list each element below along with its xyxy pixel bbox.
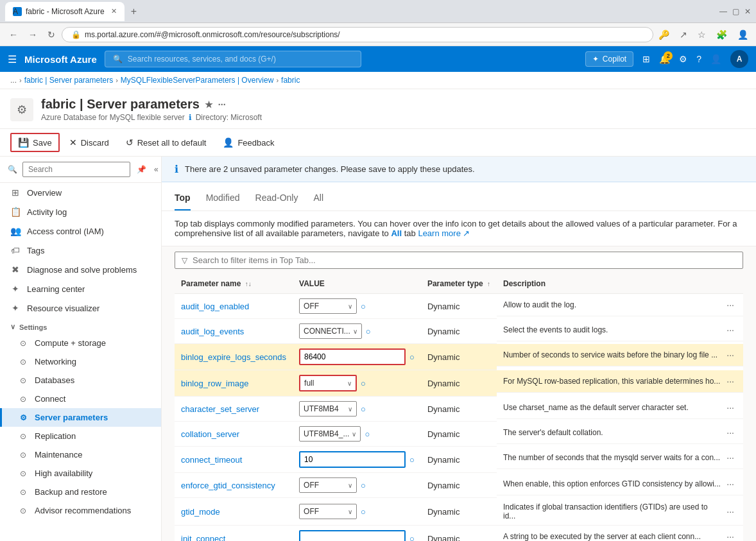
refresh-button[interactable]: ↻ [44, 27, 59, 42]
param-info-icon[interactable]: ○ [409, 352, 415, 362]
all-tab-link[interactable]: All [391, 228, 402, 238]
favorites-icon[interactable]: ☆ [695, 27, 709, 42]
back-button[interactable]: ← [5, 27, 22, 42]
sidebar-item-compute-storage[interactable]: ⊙ Compute + storage [0, 334, 161, 352]
param-dropdown[interactable]: OFF∨ [299, 477, 357, 493]
sidebar-item-advisor[interactable]: ⊙ Advisor recommendations [0, 501, 161, 520]
save-button[interactable]: 💾 Save [10, 133, 60, 152]
forward-button[interactable]: → [24, 27, 41, 42]
notifications-icon[interactable]: 🔔 2 [659, 54, 670, 64]
sidebar-item-overview[interactable]: ⊞ Overview [0, 183, 161, 202]
address-bar[interactable]: 🔒 ms.portal.azure.com/#@microsoft.onmicr… [62, 27, 653, 42]
param-dropdown[interactable]: UTF8MB4_...∨ [299, 426, 361, 442]
param-name-link[interactable]: audit_log_events [181, 327, 244, 336]
param-dropdown[interactable]: full∨ [299, 375, 357, 391]
window-close-button[interactable]: ✕ [744, 7, 751, 16]
favorite-star-icon[interactable]: ★ [205, 99, 213, 110]
discard-button[interactable]: ✕ Discard [62, 133, 116, 151]
feedback-icon[interactable]: 👤 [710, 54, 721, 64]
settings-icon[interactable]: ⚙ [679, 54, 687, 64]
azure-search-input[interactable] [128, 55, 353, 64]
extensions-icon[interactable]: 🧩 [714, 27, 730, 42]
param-info-icon[interactable]: ○ [361, 404, 366, 414]
sidebar-item-maintenance[interactable]: ⊙ Maintenance [0, 445, 161, 464]
info-icon[interactable]: ℹ [189, 113, 192, 122]
sidebar-item-learning-center[interactable]: ✦ Learning center [0, 279, 161, 298]
param-ellipsis-button[interactable]: ··· [724, 375, 737, 388]
param-ellipsis-button[interactable]: ··· [724, 348, 737, 361]
param-name-link[interactable]: gtid_mode [181, 507, 220, 517]
window-maximize-button[interactable]: ▢ [732, 7, 739, 16]
param-ellipsis-button[interactable]: ··· [724, 451, 737, 464]
sidebar-item-networking[interactable]: ⊙ Networking [0, 352, 161, 371]
copilot-button[interactable]: ✦ Copilot [585, 51, 633, 67]
breadcrumb-item-1[interactable]: fabric | Server parameters [24, 76, 114, 85]
azure-search-bar[interactable]: 🔍 [105, 51, 361, 67]
param-info-icon[interactable]: ○ [361, 302, 366, 311]
param-name-link[interactable]: binlog_expire_logs_seconds [181, 352, 286, 362]
reset-button[interactable]: ↺ Reset all to default [119, 133, 214, 151]
filter-input-wrapper[interactable]: ▽ [175, 252, 743, 269]
user-avatar[interactable]: A [730, 50, 748, 68]
param-ellipsis-button[interactable]: ··· [724, 298, 737, 311]
param-info-icon[interactable]: ○ [361, 379, 366, 388]
hamburger-menu-icon[interactable]: ☰ [8, 53, 17, 65]
help-icon[interactable]: ? [696, 54, 701, 64]
param-dropdown[interactable]: UTF8MB4∨ [299, 401, 357, 416]
breadcrumb-item-2[interactable]: MySQLFlexibleServerParameters | Overview [121, 76, 274, 85]
sidebar-item-replication[interactable]: ⊙ Replication [0, 427, 161, 445]
param-info-icon[interactable]: ○ [365, 429, 370, 439]
sidebar-item-diagnose[interactable]: ✖ Diagnose and solve problems [0, 260, 161, 279]
sidebar-item-access-control[interactable]: 👥 Access control (IAM) [0, 221, 161, 241]
sidebar-item-backup-restore[interactable]: ⊙ Backup and restore [0, 483, 161, 501]
portal-menu-icon[interactable]: ⊞ [642, 54, 650, 64]
breadcrumb-item-3[interactable]: fabric [281, 76, 300, 85]
param-input[interactable] [299, 451, 406, 468]
param-ellipsis-button[interactable]: ··· [724, 323, 737, 336]
settings-section-header[interactable]: ∨ Settings [0, 318, 161, 334]
param-name-link[interactable]: audit_log_enabled [181, 302, 249, 311]
param-dropdown[interactable]: CONNECTI...∨ [299, 323, 362, 339]
param-input[interactable] [299, 348, 406, 365]
more-options-icon[interactable]: ··· [218, 99, 226, 110]
param-ellipsis-button[interactable]: ··· [724, 426, 737, 439]
param-info-icon[interactable]: ○ [361, 481, 366, 490]
sidebar-item-databases[interactable]: ⊙ Databases [0, 371, 161, 390]
breadcrumb-dots[interactable]: ... [10, 76, 17, 85]
sidebar-item-connect[interactable]: ⊙ Connect [0, 390, 161, 408]
password-icon[interactable]: 🔑 [656, 27, 672, 42]
param-name-link[interactable]: init_connect [181, 534, 225, 542]
new-tab-button[interactable]: + [128, 6, 139, 17]
param-ellipsis-button[interactable]: ··· [724, 401, 737, 414]
tab-all[interactable]: All [313, 190, 323, 210]
sidebar-item-tags[interactable]: 🏷 Tags [0, 241, 161, 260]
param-ellipsis-button[interactable]: ··· [724, 530, 737, 542]
param-name-link[interactable]: binlog_row_image [181, 379, 249, 388]
tab-top[interactable]: Top [175, 190, 191, 210]
sidebar-collapse-button[interactable]: « [153, 164, 160, 175]
param-name-link[interactable]: collation_server [181, 429, 239, 439]
feedback-button[interactable]: 👤 Feedback [216, 133, 281, 151]
window-minimize-button[interactable]: — [719, 7, 727, 16]
profile-icon[interactable]: 👤 [735, 27, 751, 42]
share-icon[interactable]: ↗ [677, 27, 690, 42]
tab-close-button[interactable]: ✕ [111, 7, 117, 15]
tab-modified[interactable]: Modified [206, 190, 240, 210]
learn-more-link[interactable]: Learn more ↗ [418, 228, 470, 238]
param-name-link[interactable]: connect_timeout [181, 455, 242, 465]
param-info-icon[interactable]: ○ [366, 327, 371, 336]
param-info-icon[interactable]: ○ [361, 507, 366, 517]
type-sort-icon[interactable]: ↑ [487, 280, 490, 288]
param-dropdown[interactable]: OFF∨ [299, 298, 357, 314]
filter-input[interactable] [193, 255, 736, 265]
param-name-link[interactable]: character_set_server [181, 404, 259, 414]
browser-tab[interactable]: A fabric - Microsoft Azure ✕ [5, 2, 125, 21]
sidebar-item-activity-log[interactable]: 📋 Activity log [0, 202, 161, 221]
sidebar-item-resource-visualizer[interactable]: ✦ Resource visualizer [0, 298, 161, 318]
sidebar-search-input[interactable] [22, 162, 130, 177]
param-name-link[interactable]: enforce_gtid_consistency [181, 481, 275, 490]
tab-read-only[interactable]: Read-Only [255, 190, 298, 210]
sidebar-item-high-availability[interactable]: ⊙ High availability [0, 464, 161, 483]
param-info-icon[interactable]: ○ [409, 534, 415, 542]
name-sort-icon[interactable]: ↑↓ [245, 280, 252, 288]
